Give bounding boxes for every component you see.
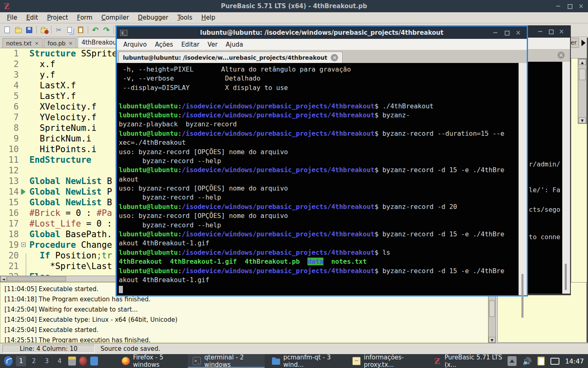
open-file-icon [15, 28, 22, 33]
code-text: Global NewList P [29, 186, 112, 197]
editor-hscroll-thumb[interactable] [7, 276, 66, 281]
menu-debugger[interactable]: Debugger [134, 13, 172, 22]
clipboard-icon[interactable] [537, 357, 545, 366]
close-file-button[interactable] [38, 25, 49, 35]
log-vscroll-thumb[interactable] [489, 301, 495, 317]
toolbar-separator [88, 26, 88, 34]
code-text: Procedure Change [29, 240, 112, 250]
terminal2-restore-button[interactable] [548, 29, 554, 34]
line-number: 16 [0, 208, 19, 218]
log-scroll-down-button[interactable]: ▼ [489, 337, 495, 343]
line-number: 14 [0, 186, 19, 197]
workspace-1[interactable]: 1 [16, 356, 27, 366]
terminal2-scroll-thumb[interactable] [565, 264, 567, 290]
paste-button[interactable] [75, 25, 86, 35]
menu-help[interactable]: Help [198, 13, 219, 22]
menu-tools[interactable]: Tools [174, 13, 196, 22]
clock[interactable]: 14:47 [565, 357, 584, 365]
terminal-scroll-thumb[interactable] [521, 274, 523, 318]
code-text: x.f [29, 59, 55, 70]
new-file-icon [4, 27, 10, 33]
tab-close-icon[interactable]: × [35, 40, 39, 46]
terminal2-scrollbar[interactable] [562, 62, 570, 294]
terminal-close-button[interactable]: × [515, 30, 521, 36]
taskbar-item-label: Firefox - 5 windows [133, 354, 180, 368]
terminal-titlebar[interactable]: $_ lubuntu@lubuntu: /isodevice/windows/p… [117, 27, 527, 39]
line-number: 17 [0, 218, 19, 229]
archive-launcher-icon[interactable] [68, 357, 76, 366]
terminal-menu-ações[interactable]: Ações [151, 40, 177, 49]
background-vertical-scrollbar[interactable]: ▲ ▼ [578, 58, 587, 124]
code-text: HitPoints.i [29, 144, 96, 155]
workspace-4[interactable]: 4 [54, 356, 65, 366]
save-file-button[interactable] [24, 25, 35, 35]
terminal-line: lubuntu@lubuntu:/isodevice/windows/pureb… [119, 267, 519, 276]
terminal2-tab-close-icon[interactable]: × [557, 52, 565, 59]
terminal2-close-button[interactable]: × [559, 29, 564, 34]
menu-edit[interactable]: Edit [22, 13, 42, 22]
terminal-output[interactable]: -h, --height=PIXEL Altura do retângulo p… [117, 63, 519, 295]
new-file-button[interactable] [2, 25, 13, 35]
undo-icon: ↶ [92, 26, 99, 34]
terminal2-titlebar[interactable]: × [528, 25, 570, 38]
terminal-tab-close-icon[interactable]: × [331, 54, 338, 61]
eject-icon[interactable] [508, 356, 517, 366]
desktop: Ƶ PureBasic 5.71 LTS (x64) - 4thBreakout… [0, 0, 588, 368]
ide-restore-button[interactable] [567, 3, 572, 9]
terminal-restore-button[interactable] [504, 30, 510, 36]
workspace-2[interactable]: 2 [29, 356, 39, 366]
code-text: BrickNum.i [29, 133, 91, 144]
line-number: 19 [0, 240, 19, 250]
tab-close-icon[interactable]: × [69, 40, 73, 46]
terminal-minimize-button[interactable] [492, 30, 498, 36]
open-file-button[interactable] [13, 25, 24, 35]
copy-button[interactable] [64, 25, 75, 35]
menu-form[interactable]: Form [74, 13, 96, 22]
lubuntu-menu-icon[interactable] [4, 356, 13, 366]
taskbar-item-terminal[interactable]: >_qterminal - 2 windows [188, 354, 264, 368]
line-number: 8 [0, 123, 19, 133]
firefox-launcher-icon[interactable] [79, 357, 87, 366]
terminal-menu-arquivo[interactable]: Arquivo [119, 40, 151, 49]
ide-titlebar[interactable]: Ƶ PureBasic 5.71 LTS (x64) - 4thBreakout… [0, 0, 588, 12]
right-arrow-icon [581, 40, 586, 46]
ide-close-button[interactable]: × [578, 3, 584, 9]
terminal2-output[interactable]: r/admin/le/': Facts/segoto conne [528, 62, 562, 294]
volume-icon[interactable]: 🔊 [522, 357, 531, 366]
terminal-scrollbar[interactable] [519, 63, 527, 295]
workspace-3[interactable]: 3 [42, 356, 52, 366]
menu-project[interactable]: Project [43, 13, 71, 22]
terminal-line: lubuntu@lubuntu:/isodevice/windows/pureb… [119, 202, 519, 211]
paste-icon [78, 27, 83, 33]
menu-compiler[interactable]: Compiler [98, 13, 133, 22]
bg-vscroll-thumb[interactable] [579, 69, 586, 80]
tab-foo.pb[interactable]: foo.pb× [44, 38, 76, 48]
bg-scroll-up-button[interactable]: ▲ [579, 59, 586, 65]
qterminal-window[interactable]: $_ lubuntu@lubuntu: /isodevice/windows/p… [116, 25, 528, 296]
cut-button[interactable]: ✂ [53, 25, 64, 35]
fold-minus-icon[interactable] [21, 242, 26, 247]
line-number: 18 [0, 229, 19, 240]
taskbar-item-firefox[interactable]: Firefox - 5 windows [117, 354, 185, 368]
bg-scroll-down-button[interactable]: ▼ [579, 117, 586, 123]
tab-notes.txt[interactable]: notes.txt× [2, 38, 42, 48]
window-launcher-icon[interactable] [90, 357, 98, 366]
ide-minimize-button[interactable] [555, 3, 561, 9]
terminal2-minimize-button[interactable] [537, 29, 543, 34]
taskbar-item-notepad[interactable]: informações-proxy.tx... [347, 354, 426, 368]
terminal-line: uso: byzanz-record [OPÇÕES] nome do arqu… [119, 148, 519, 157]
taskbar-item-folder[interactable]: pcmanfm-qt - 3 wind... [267, 354, 345, 368]
terminal-tab[interactable]: lubuntu@lubuntu: /isodevice/w...urebasic… [118, 52, 343, 63]
terminal-menu-editar[interactable]: Editar [177, 40, 203, 49]
background-terminal-window[interactable]: × × r/admin/le/': Facts/segoto conne [528, 25, 571, 295]
terminal-menu-ajuda[interactable]: Ajuda [222, 40, 247, 49]
ide-statusbar: Line: 4 Column: 10 Source code saved. [0, 343, 588, 354]
menu-file[interactable]: File [3, 13, 21, 22]
redo-button[interactable]: ↷ [101, 25, 112, 35]
undo-button[interactable]: ↶ [90, 25, 101, 35]
terminal-menu-ver[interactable]: Ver [203, 40, 222, 49]
display-icon[interactable] [550, 358, 559, 365]
scroll-left-button[interactable]: ◄ [0, 276, 7, 282]
taskbar-item-purebasic[interactable]: ƵPureBasic 5.71 LTS (x... [428, 354, 508, 368]
tab-scroll-right-button[interactable] [579, 38, 588, 48]
